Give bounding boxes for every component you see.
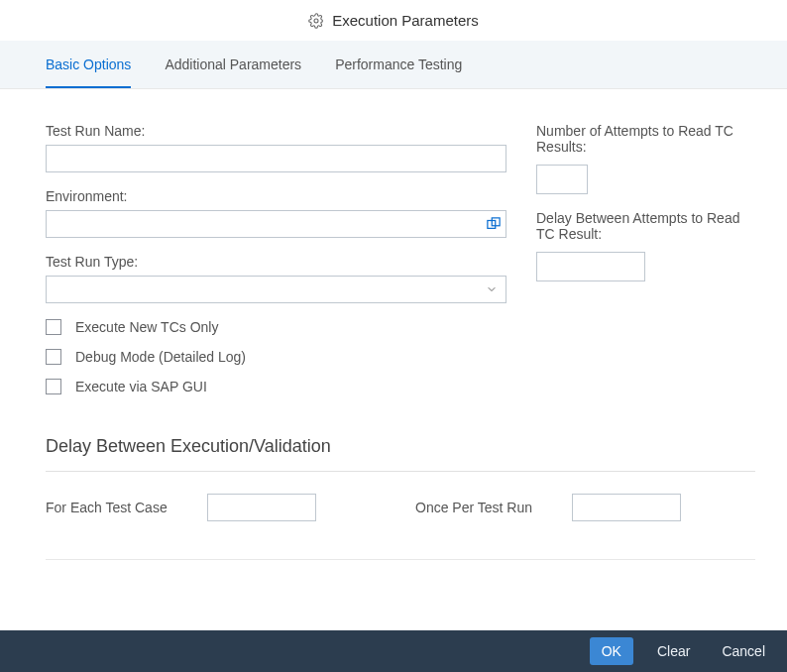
delay-row: For Each Test Case Once Per Test Run [46, 494, 755, 521]
delay-read-input[interactable] [536, 252, 645, 281]
attempts-read-input[interactable] [536, 165, 588, 194]
clear-button[interactable]: Clear [649, 637, 698, 665]
chevron-down-icon [486, 283, 498, 295]
tab-basic-options[interactable]: Basic Options [46, 41, 131, 88]
divider-bottom [46, 559, 755, 560]
label-environment: Environment: [46, 188, 506, 204]
tab-performance-testing[interactable]: Performance Testing [335, 41, 462, 88]
gear-icon [308, 13, 324, 29]
svg-point-0 [314, 19, 318, 23]
delay-cell-each: For Each Test Case [46, 494, 386, 521]
checkbox-label: Debug Mode (Detailed Log) [75, 349, 246, 365]
section-heading: Delay Between Execution/Validation [46, 436, 755, 457]
test-run-type-select[interactable] [46, 276, 506, 303]
group-environment: Environment: [46, 188, 506, 238]
delay-cell-once: Once Per Test Run [415, 494, 755, 521]
label-test-run-name: Test Run Name: [46, 123, 506, 139]
once-input[interactable] [572, 494, 681, 521]
checkbox-row-new-tcs: Execute New TCs Only [46, 319, 506, 335]
tab-bar: Basic Options Additional Parameters Perf… [0, 41, 787, 89]
group-attempts-read: Number of Attempts to Read TC Results: [536, 123, 741, 194]
test-run-name-input[interactable] [46, 145, 506, 172]
checkbox-execute-new-tcs[interactable] [46, 319, 61, 335]
checkbox-sap-gui[interactable] [46, 379, 61, 394]
checkbox-row-debug: Debug Mode (Detailed Log) [46, 349, 506, 365]
label-once: Once Per Test Run [415, 500, 532, 515]
form-content: Test Run Name: Environment: Test Run Typ… [0, 89, 787, 408]
label-test-run-type: Test Run Type: [46, 254, 506, 270]
ok-button[interactable]: OK [590, 637, 633, 665]
right-column: Number of Attempts to Read TC Results: D… [536, 123, 741, 408]
checkbox-label: Execute New TCs Only [75, 319, 218, 335]
dialog-title: Execution Parameters [332, 12, 479, 29]
cancel-button[interactable]: Cancel [714, 637, 773, 665]
environment-input[interactable] [46, 210, 506, 238]
label-delay-read: Delay Between Attempts to Read TC Result… [536, 210, 741, 242]
value-help-icon[interactable] [487, 217, 501, 231]
label-for-each: For Each Test Case [46, 500, 168, 515]
group-delay-read: Delay Between Attempts to Read TC Result… [536, 210, 741, 281]
for-each-input[interactable] [207, 494, 316, 521]
tab-additional-parameters[interactable]: Additional Parameters [165, 41, 301, 88]
footer: OK Clear Cancel [0, 630, 787, 672]
group-test-run-name: Test Run Name: [46, 123, 506, 172]
label-attempts-read: Number of Attempts to Read TC Results: [536, 123, 741, 155]
section-delay: Delay Between Execution/Validation For E… [0, 408, 787, 560]
group-test-run-type: Test Run Type: [46, 254, 506, 303]
dialog-header: Execution Parameters [0, 0, 787, 41]
checkbox-debug-mode[interactable] [46, 349, 61, 365]
left-column: Test Run Name: Environment: Test Run Typ… [46, 123, 506, 408]
checkbox-row-sapgui: Execute via SAP GUI [46, 379, 506, 394]
checkbox-label: Execute via SAP GUI [75, 379, 207, 394]
divider [46, 471, 755, 472]
